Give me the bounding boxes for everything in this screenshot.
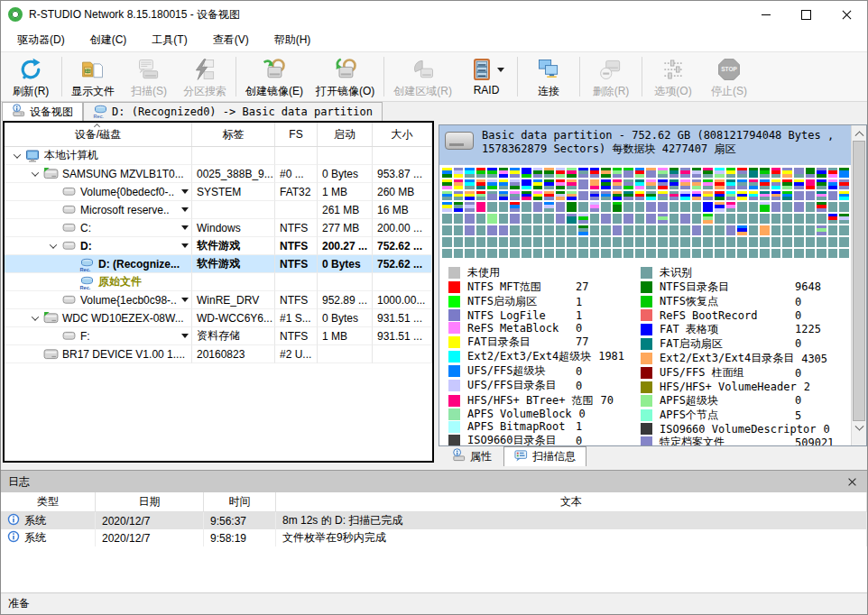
device-dropdown-caret[interactable] bbox=[181, 298, 189, 302]
log-column-header[interactable]: 文本 bbox=[276, 492, 867, 511]
log-column-header[interactable]: 类型 bbox=[1, 492, 96, 511]
connect-button[interactable]: 连接 bbox=[521, 53, 577, 100]
legend-label: ISO9660目录条目 bbox=[467, 433, 568, 445]
scan-block bbox=[544, 214, 554, 224]
log-row[interactable]: 系统2020/12/79:56:378m 12s 的 D: 扫描已完成 bbox=[1, 512, 867, 529]
tree-row[interactable]: Rec.原始文件 bbox=[5, 273, 432, 291]
scan-block bbox=[544, 191, 554, 201]
tree-row[interactable]: F:资料存储NTFS1 MB931.51 ... bbox=[5, 327, 432, 345]
minimize-button[interactable] bbox=[745, 1, 786, 28]
scan-block bbox=[454, 179, 464, 189]
legend-label: NTFS MFT范围 bbox=[467, 280, 568, 295]
legend-item: ReFS BootRecord0 bbox=[641, 309, 851, 322]
scan-block bbox=[760, 202, 770, 212]
create-image-icon bbox=[262, 55, 287, 84]
tree-row[interactable]: C:WindowsNTFS277 MB200.00 ... bbox=[5, 219, 432, 237]
scan-block bbox=[715, 168, 725, 178]
create-image-button[interactable]: 创建镜像(E) bbox=[239, 53, 309, 100]
toolbar-button-label: 扫描(S) bbox=[131, 84, 167, 99]
tree-column-header[interactable]: 大小 bbox=[373, 123, 432, 146]
tree-cell-size: 16 MB bbox=[373, 201, 432, 219]
scan-block bbox=[806, 225, 816, 235]
device-name: D: (Recognize... bbox=[98, 258, 180, 271]
tree-column-header[interactable]: 标签 bbox=[192, 123, 275, 146]
scrollbar-up-icon[interactable] bbox=[852, 125, 866, 141]
sort-ascending-icon bbox=[93, 124, 99, 130]
tree-row[interactable]: Volume{1ecb0c98-..WinRE_DRVNTFS952.89 ..… bbox=[5, 291, 432, 309]
scan-block bbox=[817, 168, 826, 178]
legend-item: 特定档案文件509021 bbox=[641, 436, 851, 445]
tree-column-header[interactable]: 启动 bbox=[318, 123, 373, 146]
scan-block bbox=[487, 237, 497, 247]
legend-label: Ext2/Ext3/Ext4超级块 bbox=[467, 349, 591, 364]
tree-row[interactable]: BR17 DEVICE V1.00 1....20160823#2 U... bbox=[5, 345, 432, 363]
tree-row[interactable]: Volume{0bedecf0-..SYSTEMFAT321 MB260 MB bbox=[5, 183, 432, 201]
tab-recognized[interactable]: Rec.D: (Recognized0) -> Basic data parti… bbox=[83, 102, 383, 121]
tab-properties[interactable]: 属性 bbox=[442, 446, 502, 466]
scrollbar-down-icon[interactable] bbox=[852, 421, 866, 436]
device-dropdown-caret[interactable] bbox=[181, 243, 189, 248]
device-dropdown-caret[interactable] bbox=[181, 207, 189, 212]
tree-row[interactable]: WDC WD10EZEX-08W...WD-WCC6Y6...#1 S...0 … bbox=[5, 309, 432, 327]
scan-block bbox=[782, 225, 792, 235]
open-image-button[interactable]: 打开镜像(O) bbox=[309, 53, 381, 100]
close-button[interactable] bbox=[826, 1, 867, 28]
scan-block bbox=[623, 202, 633, 212]
tab-device-view[interactable]: 设备视图 bbox=[2, 102, 83, 121]
legend-swatch bbox=[641, 367, 652, 379]
scan-block bbox=[613, 214, 623, 224]
scan-block bbox=[794, 191, 804, 201]
log-column-header[interactable]: 日期 bbox=[96, 492, 204, 511]
tree-row[interactable]: D:软件游戏NTFS200.27 ...752.62 ... bbox=[5, 237, 432, 255]
legend-item: NTFS恢复点0 bbox=[641, 295, 851, 309]
menu-item-0[interactable]: 驱动器(D) bbox=[5, 28, 78, 52]
device-dropdown-caret[interactable] bbox=[181, 334, 189, 338]
scan-block bbox=[544, 168, 554, 178]
tree-cell-device: Microsoft reserve.. bbox=[5, 201, 192, 219]
log-column-header[interactable]: 时间 bbox=[204, 492, 276, 511]
log-row[interactable]: 系统2020/12/79:58:19文件枚举在9秒内完成 bbox=[1, 529, 867, 546]
legend-swatch bbox=[448, 395, 460, 407]
tab-scan-info[interactable]: 扫描信息 bbox=[503, 446, 586, 466]
expand-chevron-icon[interactable] bbox=[46, 243, 60, 249]
scan-block bbox=[680, 249, 690, 259]
expand-chevron-icon[interactable] bbox=[28, 316, 42, 321]
legend-swatch bbox=[448, 322, 460, 334]
expand-chevron-icon[interactable] bbox=[28, 171, 42, 177]
partition-disk-icon bbox=[445, 132, 474, 150]
menu-item-2[interactable]: 工具(T) bbox=[139, 28, 199, 52]
menu-item-1[interactable]: 创建(C) bbox=[78, 28, 140, 52]
tree-row[interactable]: 本地计算机 bbox=[5, 147, 432, 165]
scan-block bbox=[749, 225, 759, 235]
scan-block bbox=[749, 237, 759, 247]
scan-block bbox=[601, 179, 611, 189]
tree-cell-size: 953.87 ... bbox=[373, 165, 432, 183]
app-window: R-STUDIO Network 8.15.180015 - 设备视图 驱动器(… bbox=[0, 0, 868, 615]
menu-item-3[interactable]: 查看(V) bbox=[200, 28, 262, 52]
tree-cell-device: Volume{1ecb0c98-.. bbox=[5, 291, 192, 309]
scan-block bbox=[817, 191, 826, 201]
tree-row[interactable]: SAMSUNG MZVLB1T0...0025_388B_9...#0 ...0… bbox=[5, 165, 432, 183]
tree-row[interactable]: Rec.D: (Recognize...软件游戏NTFS0 Bytes752.6… bbox=[5, 255, 432, 273]
tree-cell-label: WD-WCC6Y6... bbox=[192, 309, 275, 327]
refresh-button[interactable]: 刷新(R) bbox=[3, 53, 59, 100]
scan-block bbox=[465, 179, 475, 189]
scrollbar-thumb[interactable] bbox=[853, 141, 865, 421]
expand-chevron-icon[interactable] bbox=[10, 153, 24, 159]
scan-block bbox=[703, 249, 713, 259]
maximize-button[interactable] bbox=[786, 1, 826, 28]
device-view-icon bbox=[12, 104, 25, 120]
scan-block bbox=[771, 191, 781, 201]
scan-block bbox=[669, 179, 679, 189]
tree-column-header[interactable]: 设备/磁盘 bbox=[5, 123, 192, 146]
show-files-button[interactable]: 显示文件 bbox=[65, 53, 121, 100]
raid-button[interactable]: RAID bbox=[458, 53, 514, 100]
log-close-icon[interactable] bbox=[844, 474, 860, 489]
menu-item-4[interactable]: 帮助(H) bbox=[262, 28, 324, 52]
device-dropdown-caret[interactable] bbox=[181, 189, 189, 194]
tree-row[interactable]: Microsoft reserve..261 MB16 MB bbox=[5, 201, 432, 219]
scan-block bbox=[590, 202, 600, 212]
device-dropdown-caret[interactable] bbox=[181, 225, 189, 230]
scan-block bbox=[692, 214, 702, 224]
tree-column-header[interactable]: FS bbox=[275, 123, 318, 146]
